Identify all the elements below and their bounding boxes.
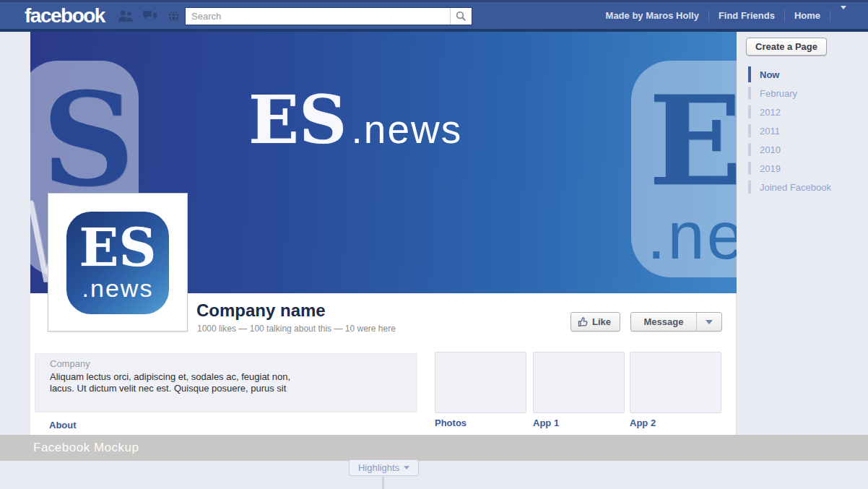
notifications-globe-icon[interactable] [165, 9, 181, 22]
timeline-label: February [760, 88, 797, 99]
photos-link[interactable]: Photos [435, 417, 466, 428]
cover-logo-news: .news [352, 106, 463, 152]
like-button-label: Like [592, 316, 611, 327]
thumbs-up-icon [578, 316, 589, 327]
profile-logo-tile: ES .news [66, 212, 169, 314]
friend-requests-icon[interactable] [118, 9, 134, 22]
navbar-right-menu: Made by Maros Holly Find Friends Home [596, 2, 856, 29]
timeline-nav: Now February 2012 2011 2010 2019 Joined … [748, 65, 831, 196]
timeline-tick [748, 105, 751, 118]
profile-logo-es: ES [79, 223, 157, 272]
timeline-label: 2019 [760, 163, 781, 174]
timeline-label: Now [760, 69, 779, 80]
timeline-tick [748, 162, 751, 175]
timeline-tick [748, 181, 751, 194]
top-navbar: facebook [0, 0, 868, 32]
highlights-button-label: Highlights [358, 462, 399, 473]
page-category-label: Company [50, 358, 417, 369]
message-button[interactable]: Message [630, 312, 722, 332]
timeline-label: 2012 [760, 107, 781, 118]
timeline-item-now[interactable]: Now [748, 65, 831, 84]
about-description-line1: Aliquam lectus orci, adipiscing et, soda… [50, 371, 417, 383]
nav-link-find-friends[interactable]: Find Friends [709, 10, 784, 21]
timeline-item-february[interactable]: February [748, 84, 831, 103]
profile-logo-news: .news [82, 274, 154, 303]
create-page-button[interactable]: Create a Page [746, 38, 827, 56]
highlights-button[interactable]: Highlights [349, 459, 419, 476]
timeline-item-2010[interactable]: 2010 [748, 140, 831, 159]
timeline-item-2011[interactable]: 2011 [748, 121, 831, 140]
profile-picture[interactable]: ES .news [48, 193, 188, 332]
timeline-spine [382, 477, 384, 489]
navbar-icon-group [118, 9, 181, 22]
timeline-item-2019[interactable]: 2019 [748, 159, 831, 178]
cover-logo-es: ES [248, 87, 347, 153]
cover-brand-logo: ES .news [248, 87, 462, 153]
chevron-down-icon [404, 466, 409, 469]
timeline-label: 2010 [760, 144, 781, 155]
page-title: Company name [196, 300, 326, 321]
timeline-item-joined-facebook[interactable]: Joined Facebook [748, 178, 831, 196]
mockup-bar: Facebook Mockup [0, 435, 868, 461]
search-icon[interactable] [450, 8, 472, 25]
messages-icon[interactable] [142, 9, 157, 22]
page-canvas: S ES .news E .ne ES .news Company name 1… [30, 32, 737, 435]
photos-tile[interactable] [435, 352, 526, 413]
cover-sketch-letter-s: S [42, 75, 135, 204]
app2-tile[interactable] [630, 352, 721, 413]
about-description-line2: lacus. Ut dictum velit nec est. Quisque … [50, 383, 417, 394]
timeline-lower-area [0, 461, 868, 489]
message-dropdown-button[interactable] [696, 313, 721, 331]
app1-link[interactable]: App 1 [533, 417, 559, 428]
nav-link-home[interactable]: Home [785, 10, 830, 21]
mockup-title: Facebook Mockup [33, 435, 139, 461]
nav-link-made-by[interactable]: Made by Maros Holly [596, 10, 708, 21]
app2-link[interactable]: App 2 [630, 417, 656, 428]
timeline-tick [748, 87, 751, 100]
timeline-label: Joined Facebook [760, 182, 831, 193]
cover-sketch-letter-e: E [648, 79, 737, 202]
chevron-down-icon [706, 320, 713, 324]
account-menu-caret[interactable] [830, 9, 856, 22]
timeline-tick [748, 143, 751, 156]
timeline-label: 2011 [760, 126, 780, 137]
app1-tile[interactable] [533, 352, 625, 413]
cover-sketch-ne: .ne [647, 202, 737, 269]
facebook-logo[interactable]: facebook [25, 4, 105, 27]
page-stats: 1000 likes — 100 talking about this — 10… [197, 324, 396, 334]
search-box [185, 7, 472, 25]
timeline-item-2012[interactable]: 2012 [748, 103, 831, 121]
about-link[interactable]: About [49, 420, 77, 430]
like-button[interactable]: Like [570, 312, 620, 332]
timeline-tick [748, 124, 751, 137]
timeline-tick [748, 66, 751, 82]
search-input[interactable] [186, 8, 450, 25]
about-box: Company Aliquam lectus orci, adipiscing … [35, 353, 417, 412]
chevron-down-icon [841, 6, 846, 22]
message-button-label: Message [631, 316, 696, 327]
